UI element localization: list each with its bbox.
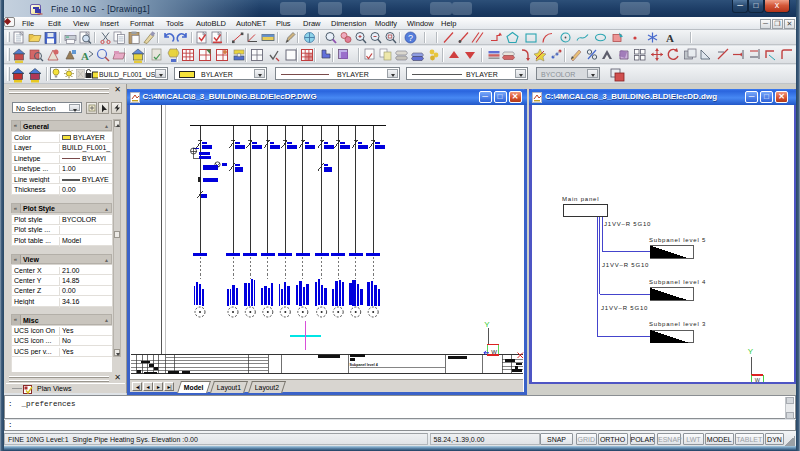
- svg-text:A: A: [81, 50, 89, 62]
- svg-text:Subpanel level 5: Subpanel level 5: [649, 236, 706, 242]
- svg-text:Y: Y: [748, 347, 754, 356]
- svg-text:Subpanel level 4: Subpanel level 4: [349, 362, 377, 366]
- svg-text:W: W: [491, 348, 497, 354]
- svg-text:A: A: [666, 32, 674, 44]
- svg-text:W: W: [755, 377, 761, 382]
- svg-text:J1VV–R 5G10: J1VV–R 5G10: [601, 304, 648, 310]
- svg-text:Main panel: Main panel: [562, 196, 599, 202]
- svg-text:Y: Y: [484, 319, 490, 328]
- svg-text:?: ?: [408, 33, 413, 43]
- svg-text:Subpanel level 3: Subpanel level 3: [649, 320, 706, 326]
- svg-text:J1VV–R 5G10: J1VV–R 5G10: [604, 220, 651, 226]
- svg-text:J1VV–R 5G10: J1VV–R 5G10: [602, 261, 649, 267]
- svg-text:Subpanel level 4: Subpanel level 4: [649, 279, 706, 285]
